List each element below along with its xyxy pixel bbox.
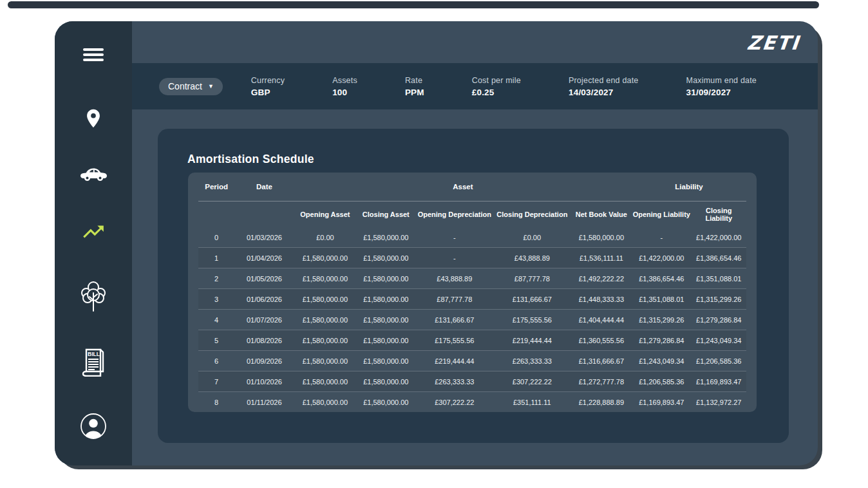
table-cell: £1,580,000.00 — [356, 227, 415, 248]
table-row: 301/06/2026£1,580,000.00£1,580,000.00£87… — [198, 289, 746, 310]
table-cell: 7 — [198, 371, 234, 392]
sub-header-closing-depreciation: Closing Depreciation — [493, 202, 571, 228]
sub-header-empty — [198, 202, 234, 228]
table-cell: £1,404,444.44 — [571, 310, 632, 330]
sub-header-closing-asset: Closing Asset — [356, 202, 415, 228]
table-cell: £1,536,111.11 — [571, 248, 632, 268]
table-cell: £0.00 — [493, 227, 571, 248]
contract-stats: Currency GBP Assets 100 Rate PPM Cost pe… — [251, 76, 757, 97]
stat-maximum-end-date: Maximum end date 31/09/2027 — [686, 76, 757, 97]
table-cell: £1,422,000.00 — [692, 227, 746, 248]
table-cell: 01/10/2026 — [234, 371, 294, 392]
table-cell: £1,243,049.34 — [692, 330, 746, 351]
table-cell: £1,492,222.22 — [571, 268, 632, 289]
table-cell: £175,555.56 — [493, 310, 571, 330]
contract-dropdown-button[interactable]: Contract ▼ — [159, 78, 223, 95]
stat-label: Cost per mile — [472, 76, 521, 85]
stat-label: Assets — [332, 76, 357, 85]
table-cell: £87,777.78 — [416, 289, 494, 310]
table-cell: 01/03/2026 — [234, 227, 294, 248]
table-cell: £131,666.67 — [416, 310, 494, 330]
table-cell: £87,777.78 — [493, 268, 571, 289]
bill-icon: BILL — [80, 347, 106, 377]
table-cell: 01/09/2026 — [234, 351, 294, 371]
table-cell: £43,888.89 — [416, 268, 494, 289]
table-cell: £263,333.33 — [493, 351, 571, 371]
table-row: 401/07/2026£1,580,000.00£1,580,000.00£13… — [198, 310, 746, 330]
table-cell: 6 — [198, 351, 234, 371]
table-cell: £1,272,777.78 — [571, 371, 632, 392]
column-header-period: Period — [198, 173, 234, 202]
table-cell: £1,580,000.00 — [356, 371, 415, 392]
stat-projected-end-date: Projected end date 14/03/2027 — [569, 76, 639, 97]
table-cell: £219,444.44 — [493, 330, 571, 351]
contract-dropdown-label: Contract — [168, 81, 202, 91]
table-cell: - — [416, 227, 494, 248]
stat-value: 31/09/2027 — [686, 88, 757, 97]
table-cell: £1,580,000.00 — [356, 289, 415, 310]
table-cell: £0.00 — [294, 227, 356, 248]
table-cell: £263,333.33 — [416, 371, 494, 392]
column-group-liability: Liability — [632, 173, 746, 202]
table-cell: £1,169,893.47 — [632, 392, 691, 413]
table-cell: £1,351,088.01 — [692, 268, 746, 289]
sidebar-item-profile[interactable] — [55, 411, 132, 441]
table-cell: £1,206,585.36 — [632, 371, 691, 392]
table-cell: 01/07/2026 — [234, 310, 294, 330]
hamburger-menu-icon[interactable] — [55, 48, 132, 61]
trend-up-icon — [81, 220, 106, 244]
sub-header-empty — [234, 202, 294, 228]
table-cell: £1,448,333.33 — [571, 289, 632, 310]
stat-label: Maximum end date — [686, 76, 757, 85]
sidebar-item-finance-active[interactable] — [55, 220, 132, 244]
stat-assets: Assets 100 — [332, 76, 357, 97]
table-cell: £1,228,888.89 — [571, 392, 632, 413]
table-row: 001/03/2026£0.00£1,580,000.00-£0.00£1,58… — [198, 227, 746, 248]
table-cell: £307,222.22 — [416, 392, 494, 413]
table-cell: 3 — [198, 289, 234, 310]
table-head: Period Date Asset Liability Opening Asse… — [198, 173, 746, 227]
table-row: 501/08/2026£1,580,000.00£1,580,000.00£17… — [198, 330, 746, 351]
table-cell: £1,315,299.26 — [632, 310, 691, 330]
stat-value: £0.25 — [472, 88, 521, 97]
stat-cost-per-mile: Cost per mile £0.25 — [472, 76, 521, 97]
table-row: 801/11/2026£1,580,000.00£1,580,000.00£30… — [198, 392, 746, 413]
stat-value: 100 — [332, 88, 357, 97]
table-cell: £1,316,666.67 — [571, 351, 632, 371]
table-cell: 0 — [198, 227, 234, 248]
amortisation-table: Period Date Asset Liability Opening Asse… — [198, 173, 746, 412]
table-cell: 01/08/2026 — [234, 330, 294, 351]
table-cell: £1,580,000.00 — [294, 392, 356, 413]
table-cell: 01/05/2026 — [234, 268, 294, 289]
table-cell: £351,111.11 — [493, 392, 571, 413]
table-row: 201/05/2026£1,580,000.00£1,580,000.00£43… — [198, 268, 746, 289]
location-pin-icon — [82, 108, 104, 129]
sidebar-item-billing[interactable]: BILL — [55, 347, 132, 377]
table-cell: - — [416, 248, 494, 268]
table-cell: £1,580,000.00 — [294, 268, 356, 289]
table-cell: 01/11/2026 — [234, 392, 294, 413]
sub-header-opening-asset: Opening Asset — [294, 202, 356, 228]
table-cell: £1,580,000.00 — [356, 351, 415, 371]
sidebar-item-vehicles[interactable] — [55, 162, 132, 183]
table-cell: £1,580,000.00 — [294, 248, 356, 268]
table-cell: £1,243,049.34 — [632, 351, 691, 371]
table-cell: £1,132,972.27 — [692, 392, 746, 413]
stat-label: Rate — [405, 76, 424, 85]
table-cell: £1,360,555.56 — [571, 330, 632, 351]
table-cell: 4 — [198, 310, 234, 330]
table-cell: £1,580,000.00 — [356, 268, 415, 289]
sidebar-item-locations[interactable] — [55, 108, 132, 129]
table-cell: 01/04/2026 — [234, 248, 294, 268]
stat-value: GBP — [251, 88, 285, 97]
sub-header-opening-liability: Opening Liability — [632, 202, 691, 228]
amortisation-table-panel: Period Date Asset Liability Opening Asse… — [188, 173, 757, 412]
stat-value: 14/03/2027 — [569, 88, 639, 97]
amortisation-table-body: 001/03/2026£0.00£1,580,000.00-£0.00£1,58… — [198, 227, 746, 412]
car-icon — [79, 162, 108, 183]
table-cell: - — [632, 227, 691, 248]
stat-label: Projected end date — [569, 76, 639, 85]
sidebar-item-environment[interactable] — [55, 280, 132, 312]
stat-label: Currency — [251, 76, 285, 85]
table-cell: £1,315,299.26 — [692, 289, 746, 310]
